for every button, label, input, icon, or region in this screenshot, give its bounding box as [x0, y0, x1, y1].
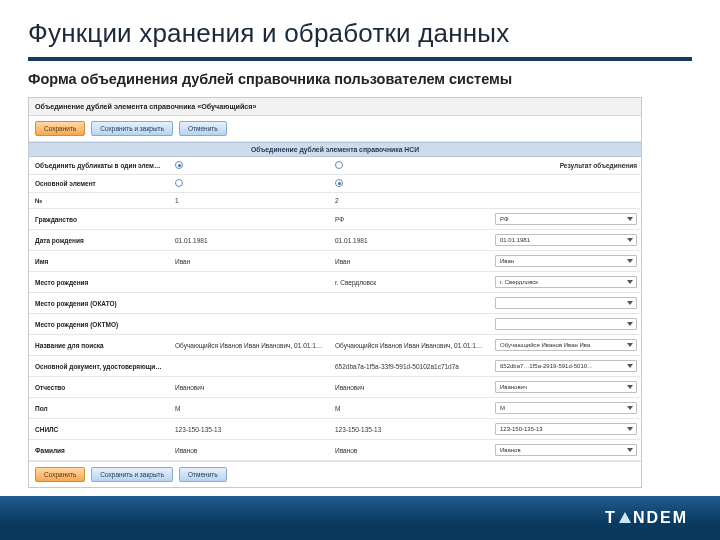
row-col2: [329, 293, 489, 314]
row-col1: Иван: [169, 251, 329, 272]
row-label: Имя: [29, 251, 169, 272]
table-row: №12: [29, 193, 643, 209]
result-cell: РФ: [489, 209, 643, 230]
save-button[interactable]: Сохранить: [35, 121, 85, 136]
toolbar-top: Сохранить Сохранить и закрыть Отменить: [29, 116, 641, 142]
chevron-down-icon: [627, 343, 633, 347]
result-select[interactable]: М: [495, 402, 637, 414]
row-col1: [169, 356, 329, 377]
section-band: Объединение дублей элемента справочника …: [29, 142, 641, 157]
chevron-down-icon: [627, 406, 633, 410]
result-select[interactable]: г. Свердловск: [495, 276, 637, 288]
app-header: Объединение дублей элемента справочника …: [29, 98, 641, 116]
row-col2: Обучающийся Иванов Иван Иванович, 01.01.…: [329, 335, 489, 356]
result-select[interactable]: [495, 318, 637, 330]
slide-subtitle: Форма объединения дублей справочника пол…: [28, 71, 692, 87]
result-select[interactable]: Иванов: [495, 444, 637, 456]
chevron-down-icon: [627, 238, 633, 242]
result-cell: М: [489, 398, 643, 419]
table-row: Объединить дубликаты в один элементРезул…: [29, 157, 643, 175]
row-col1: 123-150-135-13: [169, 419, 329, 440]
row-col2: [329, 314, 489, 335]
row-label: Место рождения: [29, 272, 169, 293]
table-row: СНИЛС123-150-135-13123-150-135-13123-150…: [29, 419, 643, 440]
result-cell: Обучающийся Иванов Иван Ива: [489, 335, 643, 356]
row-label: №: [29, 193, 169, 209]
row-col2: 652dba7a-1f5a-33f9-591d-50102a1c71d7a: [329, 356, 489, 377]
result-cell: [489, 293, 643, 314]
toolbar-bottom: Сохранить Сохранить и закрыть Отменить: [29, 461, 641, 487]
brand-logo: T NDEM: [605, 509, 688, 527]
table-row: ОтчествоИвановичИвановичИванович: [29, 377, 643, 398]
row-col2: [329, 157, 489, 175]
chevron-down-icon: [627, 448, 633, 452]
row-col2: РФ: [329, 209, 489, 230]
result-select[interactable]: [495, 297, 637, 309]
row-label: Название для поиска: [29, 335, 169, 356]
table-row: Дата рождения01.01.198101.01.198101.01.1…: [29, 230, 643, 251]
result-cell: Иванов: [489, 440, 643, 461]
row-label: Гражданство: [29, 209, 169, 230]
select-value: Иванович: [500, 384, 527, 390]
result-cell: [489, 193, 643, 209]
radio-icon[interactable]: [175, 179, 183, 187]
brand-left: T: [605, 509, 617, 527]
row-label: Отчество: [29, 377, 169, 398]
merge-table: Объединить дубликаты в один элементРезул…: [29, 157, 643, 461]
chevron-down-icon: [627, 217, 633, 221]
row-label: Место рождения (ОКТМО): [29, 314, 169, 335]
table-row: Место рождения (ОКАТО): [29, 293, 643, 314]
row-label: СНИЛС: [29, 419, 169, 440]
row-col1: Иванов: [169, 440, 329, 461]
result-select[interactable]: 123-150-135-13: [495, 423, 637, 435]
table-row: Название для поискаОбучающийся Иванов Ив…: [29, 335, 643, 356]
select-value: 01.01.1981: [500, 237, 530, 243]
row-label: Дата рождения: [29, 230, 169, 251]
radio-icon[interactable]: [175, 161, 183, 169]
row-label: Пол: [29, 398, 169, 419]
title-divider: [28, 57, 692, 61]
chevron-down-icon: [627, 385, 633, 389]
result-select[interactable]: 652dba7…1f5a-2919-591d-5010…: [495, 360, 637, 372]
row-label: Основной элемент: [29, 175, 169, 193]
table-row: ФамилияИвановИвановИванов: [29, 440, 643, 461]
table-row: Основной документ, удостоверяющий личнос…: [29, 356, 643, 377]
radio-icon[interactable]: [335, 179, 343, 187]
select-value: г. Свердловск: [500, 279, 538, 285]
app-screenshot: Объединение дублей элемента справочника …: [28, 97, 642, 488]
row-col1: 01.01.1981: [169, 230, 329, 251]
result-cell: 123-150-135-13: [489, 419, 643, 440]
chevron-down-icon: [627, 280, 633, 284]
row-col1: Иванович: [169, 377, 329, 398]
row-col2: 123-150-135-13: [329, 419, 489, 440]
table-row: Основной элемент: [29, 175, 643, 193]
result-select[interactable]: 01.01.1981: [495, 234, 637, 246]
row-col1: [169, 175, 329, 193]
table-row: ИмяИванИванИван: [29, 251, 643, 272]
radio-icon[interactable]: [335, 161, 343, 169]
result-select[interactable]: Иван: [495, 255, 637, 267]
save-close-button[interactable]: Сохранить и закрыть: [91, 467, 173, 482]
row-label: Фамилия: [29, 440, 169, 461]
cancel-button[interactable]: Отменить: [179, 467, 227, 482]
row-col1: [169, 293, 329, 314]
result-select[interactable]: Иванович: [495, 381, 637, 393]
table-row: Место рождения (ОКТМО): [29, 314, 643, 335]
row-label: Объединить дубликаты в один элемент: [29, 157, 169, 175]
result-cell: Иванович: [489, 377, 643, 398]
result-cell: Иван: [489, 251, 643, 272]
result-select[interactable]: РФ: [495, 213, 637, 225]
table-row: ГражданствоРФРФ: [29, 209, 643, 230]
result-select[interactable]: Обучающийся Иванов Иван Ива: [495, 339, 637, 351]
row-col2: М: [329, 398, 489, 419]
row-col1: Обучающийся Иванов Иван Иванович, 01.01.…: [169, 335, 329, 356]
row-col2: Иванович: [329, 377, 489, 398]
row-col2: Иванов: [329, 440, 489, 461]
row-col2: г. Свердловск: [329, 272, 489, 293]
save-close-button[interactable]: Сохранить и закрыть: [91, 121, 173, 136]
row-col2: 01.01.1981: [329, 230, 489, 251]
save-button[interactable]: Сохранить: [35, 467, 85, 482]
select-value: Обучающийся Иванов Иван Ива: [500, 342, 590, 348]
cancel-button[interactable]: Отменить: [179, 121, 227, 136]
result-cell: 01.01.1981: [489, 230, 643, 251]
